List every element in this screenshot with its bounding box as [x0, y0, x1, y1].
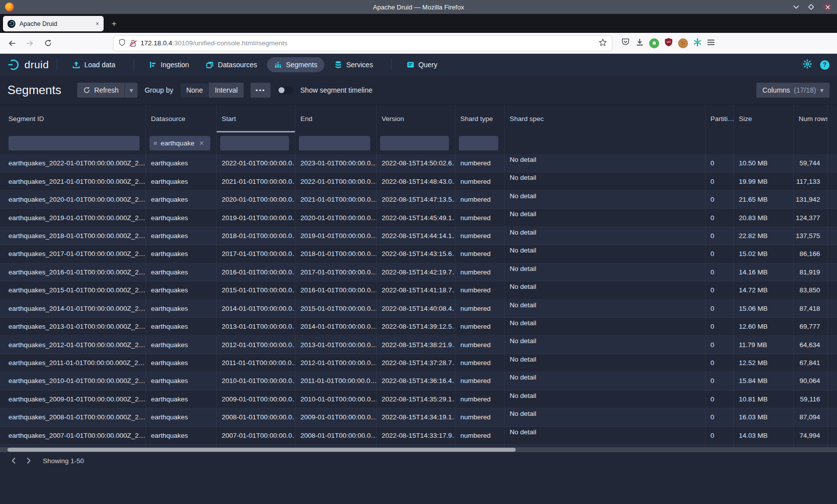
- cell-end: 2012-01-01T00:00:00.0…: [295, 354, 377, 372]
- cell-segment-id[interactable]: earthquakes_2010-01-01T00:00:00.000Z_2…: [0, 372, 146, 389]
- settings-gear-icon[interactable]: [803, 59, 812, 71]
- cell-segment-id[interactable]: earthquakes_2017-01-01T00:00:00.000Z_2…: [0, 245, 146, 262]
- shard-type-filter-input[interactable]: [459, 136, 498, 150]
- cell-start: 2019-01-01T00:00:00.0…: [217, 209, 295, 226]
- table-row: earthquakes_2016-01-01T00:00:00.000Z_2…e…: [0, 263, 837, 281]
- cell-segment-id[interactable]: earthquakes_2011-01-01T00:00:00.000Z_2…: [0, 354, 146, 372]
- cell-num-rows: 69,777: [794, 318, 828, 335]
- timeline-toggle-label: Show segment timeline: [300, 86, 373, 94]
- downloads-icon[interactable]: [635, 38, 644, 49]
- cell-segment-id[interactable]: earthquakes_2020-01-01T00:00:00.000Z_2…: [0, 191, 146, 208]
- tab-close-icon[interactable]: ×: [95, 20, 99, 27]
- nav-item-segments[interactable]: Segments: [267, 57, 324, 72]
- bookmark-star-icon[interactable]: [599, 38, 607, 48]
- remove-filter-icon[interactable]: ✕: [199, 139, 204, 147]
- previous-page-icon[interactable]: [7, 454, 20, 467]
- column-header[interactable]: Size: [734, 105, 794, 132]
- cell-segment-id[interactable]: earthquakes_2013-01-01T00:00:00.000Z_2…: [0, 318, 146, 335]
- cell-num-rows: 74,994: [794, 427, 828, 444]
- nav-item-services[interactable]: Services: [327, 57, 380, 72]
- segment-id-filter-input[interactable]: [8, 136, 140, 150]
- refresh-caret-button[interactable]: ▾: [125, 83, 138, 98]
- tracking-shield-icon[interactable]: [119, 38, 126, 48]
- column-header[interactable]: Start: [217, 105, 295, 132]
- version-filter-input[interactable]: [380, 136, 449, 150]
- row-filler: [828, 245, 837, 262]
- cell-segment-id[interactable]: earthquakes_2019-01-01T00:00:00.000Z_2…: [0, 209, 146, 226]
- cell-num-rows: 83,850: [794, 281, 828, 299]
- cell-segment-id[interactable]: earthquakes_2021-01-01T00:00:00.000Z_2…: [0, 172, 146, 190]
- group-by-interval-button[interactable]: Interval: [209, 83, 244, 98]
- scrollbar-thumb[interactable]: [7, 448, 516, 452]
- nav-item-load-data[interactable]: Load data: [65, 57, 122, 72]
- column-header[interactable]: End: [295, 105, 377, 132]
- new-tab-button[interactable]: +: [107, 16, 122, 31]
- column-header[interactable]: Datasource: [146, 105, 217, 132]
- insecure-lock-icon[interactable]: [130, 39, 137, 47]
- nav-item-datasources[interactable]: Datasources: [199, 57, 264, 72]
- cookie-extension-icon[interactable]: [678, 38, 688, 48]
- start-filter-input[interactable]: [220, 136, 289, 150]
- cell-segment-id[interactable]: earthquakes_2016-01-01T00:00:00.000Z_2…: [0, 263, 146, 281]
- cell-end: 2008-01-01T00:00:00.0…: [295, 427, 377, 444]
- column-header[interactable]: Num rows: [794, 105, 828, 132]
- column-header[interactable]: Shard type: [455, 105, 505, 132]
- url-bar[interactable]: 172.18.0.4:30109/unified-console.html#se…: [114, 36, 612, 51]
- reload-icon[interactable]: [40, 36, 56, 51]
- druid-brand[interactable]: druid: [7, 58, 49, 71]
- cell-partition: 0: [705, 245, 734, 262]
- cell-segment-id[interactable]: earthquakes_2015-01-01T00:00:00.000Z_2…: [0, 281, 146, 299]
- cell-shard-spec: No detail: [505, 172, 705, 190]
- cell-size: 14.03 MB: [734, 427, 794, 444]
- datasource-filter-tag: earthquake: [161, 139, 195, 147]
- cell-shard-type: numbered: [455, 281, 505, 299]
- cell-segment-id[interactable]: earthquakes_2014-01-01T00:00:00.000Z_2…: [0, 300, 146, 317]
- nav-item-ingestion[interactable]: Ingestion: [142, 57, 196, 72]
- cell-start: 2009-01-01T00:00:00.0…: [217, 390, 295, 408]
- table-row: earthquakes_2010-01-01T00:00:00.000Z_2…e…: [0, 372, 837, 390]
- cell-end: 2018-01-01T00:00:00.0…: [295, 245, 377, 262]
- tab-strip: Apache Druid × +: [0, 14, 837, 33]
- extension-asterisk-icon[interactable]: [693, 38, 702, 49]
- column-header[interactable]: Version: [377, 105, 455, 132]
- cell-size: 21.65 MB: [734, 191, 794, 208]
- window-minimize-icon[interactable]: [793, 5, 799, 9]
- cell-segment-id[interactable]: earthquakes_2009-01-01T00:00:00.000Z_2…: [0, 390, 146, 408]
- back-icon[interactable]: [4, 36, 20, 51]
- ublock-shield-icon[interactable]: uO: [664, 37, 673, 49]
- next-page-icon[interactable]: [22, 454, 35, 467]
- column-header[interactable]: Partiti…: [705, 105, 734, 132]
- forward-icon[interactable]: [22, 36, 38, 51]
- cell-shard-spec: No detail: [505, 263, 705, 281]
- cell-segment-id[interactable]: earthquakes_2012-01-01T00:00:00.000Z_2…: [0, 336, 146, 353]
- more-options-button[interactable]: •••: [251, 83, 271, 98]
- window-titlebar: Apache Druid — Mozilla Firefox: [0, 0, 837, 14]
- refresh-button[interactable]: Refresh: [77, 83, 125, 98]
- end-filter-input[interactable]: [299, 136, 370, 150]
- console-icon: [407, 61, 415, 69]
- segment-timeline-toggle[interactable]: [278, 86, 293, 94]
- browser-tab[interactable]: Apache Druid ×: [3, 16, 104, 31]
- pocket-icon[interactable]: [621, 37, 630, 49]
- group-by-none-button[interactable]: None: [180, 83, 209, 98]
- cell-segment-id[interactable]: earthquakes_2018-01-01T00:00:00.000Z_2…: [0, 227, 146, 245]
- cell-segment-id[interactable]: earthquakes_2022-01-01T00:00:00.000Z_2…: [0, 154, 146, 172]
- column-header[interactable]: Shard spec: [505, 105, 705, 132]
- menu-hamburger-icon[interactable]: [707, 39, 715, 48]
- extension-green-icon[interactable]: [649, 38, 659, 48]
- column-header[interactable]: Segment ID: [0, 105, 146, 132]
- horizontal-scrollbar[interactable]: [0, 447, 837, 452]
- columns-button[interactable]: Columns (17/18) ▾: [756, 83, 830, 98]
- cell-datasource: earthquakes: [146, 354, 217, 372]
- nav-item-query[interactable]: Query: [400, 57, 444, 72]
- cell-shard-type: numbered: [455, 427, 505, 444]
- tab-title: Apache Druid: [19, 20, 91, 27]
- cell-segment-id[interactable]: earthquakes_2007-01-01T00:00:00.000Z_2…: [0, 427, 146, 444]
- window-close-icon[interactable]: [823, 2, 832, 11]
- help-icon[interactable]: ?: [820, 60, 830, 70]
- cell-segment-id[interactable]: earthquakes_2008-01-01T00:00:00.000Z_2…: [0, 408, 146, 426]
- cell-shard-spec: No detail: [505, 427, 705, 444]
- row-filler: [828, 191, 837, 208]
- window-maximize-icon[interactable]: [808, 4, 814, 10]
- datasource-filter-input[interactable]: ≡ earthquake ✕: [149, 136, 210, 150]
